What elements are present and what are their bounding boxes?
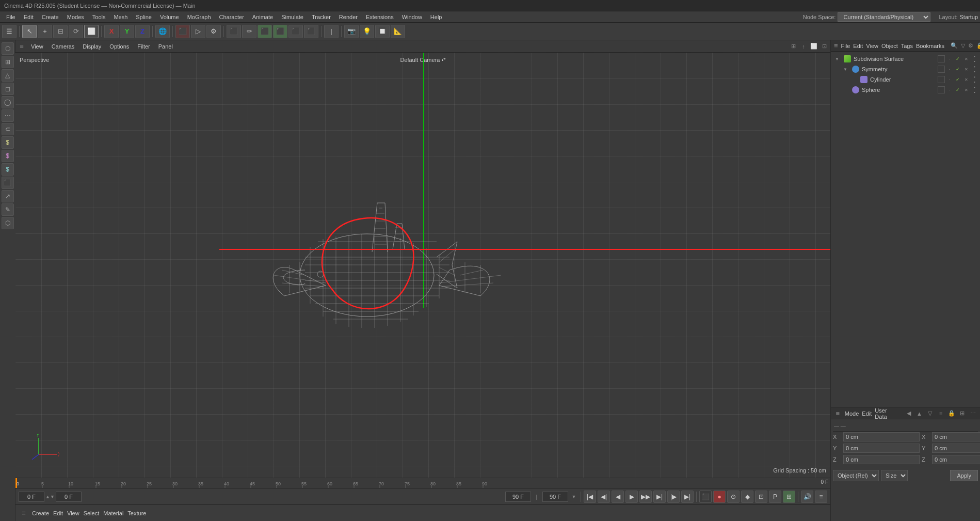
motion-btn[interactable]: ≡ [815, 491, 827, 503]
left-tool-12[interactable]: ↗ [2, 190, 14, 202]
node-space-select[interactable]: Current (Standard/Physical) [838, 12, 930, 22]
mat-material[interactable]: Material [103, 510, 123, 516]
mat-select[interactable]: Select [84, 510, 100, 516]
menu-tracker[interactable]: Tracker [308, 13, 335, 21]
vp-options-btn[interactable]: Options [106, 43, 132, 50]
left-tool-11[interactable]: ⬛ [2, 177, 14, 189]
size-dropdown[interactable]: Size [881, 470, 908, 481]
cyl-vis-1[interactable] [938, 76, 945, 83]
left-tool-8[interactable]: $ [2, 136, 14, 149]
scene-edit-btn[interactable]: Edit [853, 43, 863, 49]
left-tool-14[interactable]: ⬡ [2, 217, 14, 229]
scene-bookmarks-btn[interactable]: Bookmarks [916, 43, 944, 49]
end-frame-input[interactable] [505, 492, 531, 502]
tool-magnet[interactable]: | [324, 25, 339, 38]
attribs-expand-icon[interactable]: ⊞ [958, 409, 966, 418]
object-ref-dropdown[interactable]: Object (Rel) [833, 470, 879, 481]
sound-btn[interactable]: 🔊 [801, 491, 813, 503]
prev-frame-btn[interactable]: ◀ [612, 491, 624, 503]
subdiv-vis-1[interactable] [938, 55, 945, 62]
tool-x-axis[interactable]: X [104, 25, 119, 38]
step-fwd-btn[interactable]: |▶ [667, 491, 680, 503]
fps-input[interactable] [542, 492, 568, 502]
vp-view-btn[interactable]: View [28, 43, 46, 50]
sphere-vis-2[interactable]: · [946, 86, 953, 93]
scene-settings-icon[interactable]: ⚙ [968, 42, 973, 50]
menu-create[interactable]: Create [38, 13, 63, 21]
scene-tags-btn[interactable]: Tags [901, 43, 913, 49]
scene-view-btn[interactable]: View [866, 43, 878, 49]
toolbar-menu-btn[interactable]: ☰ [2, 25, 17, 38]
menu-volume[interactable]: Volume [156, 13, 183, 21]
left-tool-1[interactable]: ⬡ [2, 42, 14, 55]
attribs-back-icon[interactable]: ◀ [905, 409, 912, 418]
tool-settings[interactable]: ⚙ [206, 25, 221, 38]
attribs-edit-btn[interactable]: Edit [862, 411, 872, 417]
tool-snap[interactable]: 🔲 [375, 25, 390, 38]
attribs-menu-icon[interactable] [834, 409, 842, 418]
mat-menu-btn[interactable] [20, 509, 28, 517]
vp-filter-btn[interactable]: Filter [134, 43, 153, 50]
scene-file-btn[interactable]: File [841, 43, 850, 49]
attribs-userdata-btn[interactable]: User Data [875, 407, 898, 420]
menu-render[interactable]: Render [335, 13, 362, 21]
rx-value-input[interactable] [932, 432, 980, 441]
mat-view[interactable]: View [67, 510, 79, 516]
menu-modes[interactable]: Modes [63, 13, 88, 21]
left-tool-2[interactable]: ⊞ [2, 56, 14, 68]
sym-check2[interactable]: ✕ [962, 66, 970, 73]
key-btn[interactable]: ◆ [741, 491, 753, 503]
tool-edge[interactable]: ⬛ [258, 25, 272, 38]
current-frame-input[interactable] [19, 492, 44, 502]
left-tool-7[interactable]: ⊂ [2, 123, 14, 135]
menu-extensions[interactable]: Extensions [362, 13, 398, 21]
scene-menu-icon[interactable] [834, 42, 838, 50]
vp-panel-btn[interactable]: Panel [155, 43, 176, 50]
tracks-btn[interactable]: ⊞ [783, 491, 795, 503]
menu-animate[interactable]: Animate [248, 13, 277, 21]
tool-light[interactable]: 💡 [360, 25, 374, 38]
play-reverse-btn[interactable]: ▶▶ [639, 491, 652, 503]
vp-cameras-btn[interactable]: Cameras [49, 43, 78, 50]
menu-file[interactable]: File [2, 13, 20, 21]
tool-vertex[interactable]: ✏ [242, 25, 256, 38]
scene-object-btn[interactable]: Object [881, 43, 898, 49]
menu-mesh[interactable]: Mesh [109, 13, 132, 21]
scene-item-cylinder[interactable]: Cylinder · ✓ ✕ ⁚ [831, 74, 980, 85]
sym-vis-1[interactable] [938, 66, 945, 73]
sphere-check2[interactable]: ✕ [962, 86, 970, 93]
menu-mograph[interactable]: MoGraph [183, 13, 215, 21]
tool-y-axis[interactable]: Y [120, 25, 134, 38]
tool-poly[interactable]: ⬛ [273, 25, 287, 38]
menu-character[interactable]: Character [215, 13, 248, 21]
record-btn[interactable]: ⬛ [699, 491, 712, 503]
attribs-up-icon[interactable]: ▲ [915, 409, 923, 418]
attribs-more-icon[interactable]: ⋯ [969, 409, 977, 418]
sym-vis-2[interactable]: · [946, 66, 953, 73]
tool-render[interactable]: ⬛ [175, 25, 190, 38]
mat-create[interactable]: Create [32, 510, 49, 516]
go-to-start-btn[interactable]: |◀ [584, 491, 596, 503]
left-tool-10[interactable]: $ [2, 163, 14, 176]
mat-edit[interactable]: Edit [53, 510, 63, 516]
rz-value-input[interactable] [932, 455, 980, 464]
left-tool-4[interactable]: ◻ [2, 83, 14, 95]
step-back-btn[interactable]: ◀| [598, 491, 610, 503]
left-tool-3[interactable]: △ [2, 69, 14, 82]
attribs-lock-icon[interactable]: 🔒 [948, 409, 956, 418]
fps-dropdown[interactable]: ▼ [570, 493, 578, 501]
scene-item-symmetry[interactable]: ▼ Symmetry · ✓ ✕ ⁚ [831, 64, 980, 74]
tool-world[interactable]: 🌐 [155, 25, 170, 38]
current-frame-input2[interactable] [56, 492, 82, 502]
tool-select[interactable]: ↖ [22, 25, 37, 38]
menu-simulate[interactable]: Simulate [277, 13, 308, 21]
menu-spline[interactable]: Spline [132, 13, 156, 21]
scene-item-subdivision-surface[interactable]: ▼ Subdivision Surface · ✓ ✕ ⁚ [831, 54, 980, 64]
tool-subtract[interactable]: ⊟ [53, 25, 68, 38]
vp-icon-1[interactable]: ⊞ [789, 42, 797, 51]
tool-camera[interactable]: 📷 [344, 25, 359, 38]
tool-add[interactable]: + [38, 25, 52, 38]
apply-button[interactable]: Apply [950, 470, 978, 481]
scene-filter-icon[interactable]: ▽ [961, 42, 965, 50]
subdiv-vis-2[interactable]: · [946, 55, 953, 62]
